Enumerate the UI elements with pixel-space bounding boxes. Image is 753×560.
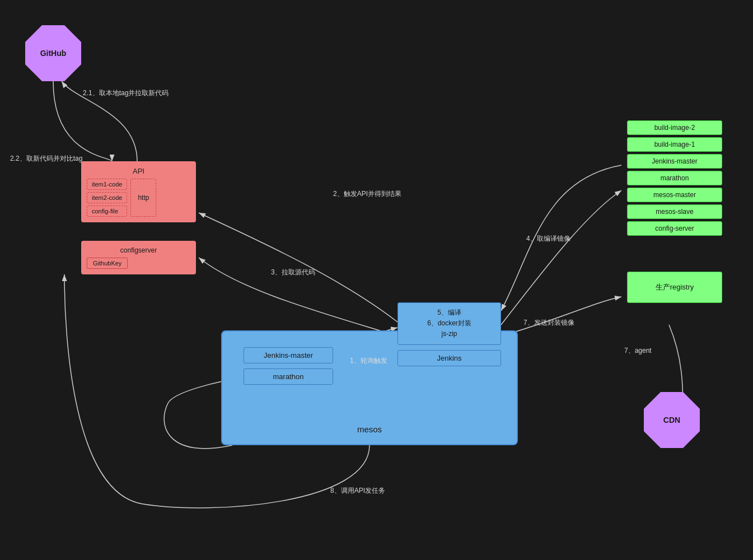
label-1-poll: 1、轮询触发 [350, 356, 387, 366]
api-inner: item1-code item2-code config-file http [87, 179, 190, 217]
label-2-trigger: 2、触发API并得到结果 [333, 189, 401, 199]
api-left: item1-code item2-code config-file [87, 179, 127, 217]
configserver-title: configserver [87, 246, 190, 254]
label-4-image: 4、取编译镜像 [526, 234, 570, 244]
green-item-config-server: config-server [627, 221, 722, 236]
label-21: 2.1、取本地tag并拉取新代码 [83, 88, 169, 98]
green-item-marathon: marathon [627, 171, 722, 185]
jenkins-build-title: 5、编译 6、docker封装 js-zip [405, 307, 494, 340]
green-item-mesos-master: mesos-master [627, 188, 722, 202]
green-item-build2: build-image-2 [627, 120, 722, 135]
label-8-api: 8、调用API发任务 [330, 486, 385, 496]
githubkey-item: GithubKey [87, 258, 128, 269]
cdn-label: CDN [663, 416, 680, 424]
jenkins-build-box: 5、编译 6、docker封装 js-zip [397, 302, 501, 345]
jenkins-master-box: Jenkins-master [244, 347, 333, 363]
arrow-send-image [501, 297, 621, 336]
api-title: API [87, 167, 190, 175]
api-item-2: item2-code [87, 192, 127, 203]
api-item-config: config-file [87, 206, 127, 217]
diagram-container: GitHub CDN API item1-code item2-code con… [0, 0, 753, 560]
mesos-label: mesos [222, 424, 517, 434]
label-22: 2.2、取新代码并对比tag [10, 154, 82, 164]
green-item-mesos-slave: mesos-slave [627, 204, 722, 219]
cdn-node: CDN [644, 392, 700, 448]
github-node: GitHub [25, 25, 81, 81]
cdn-octagon: CDN [644, 392, 700, 448]
label-3-pull: 3、拉取源代码 [271, 268, 315, 277]
green-item-jenkins-master: Jenkins-master [627, 154, 722, 169]
label-7-agent: 7、agent [624, 346, 652, 356]
api-http: http [130, 179, 156, 217]
green-boxes: build-image-2 build-image-1 Jenkins-mast… [627, 120, 722, 236]
configserver-box: configserver GithubKey [81, 241, 196, 274]
github-label: GitHub [40, 49, 67, 58]
api-item-1: item1-code [87, 179, 127, 190]
label-5-send: 7、发送封装镜像 [523, 318, 574, 328]
arrow-get-image [501, 190, 621, 325]
registry-box: 生产registry [627, 272, 722, 303]
green-item-build1: build-image-1 [627, 137, 722, 152]
github-octagon: GitHub [25, 25, 81, 81]
jenkins-box: Jenkins [397, 350, 501, 366]
marathon-box: marathon [244, 368, 333, 385]
api-box: API item1-code item2-code config-file ht… [81, 161, 196, 222]
